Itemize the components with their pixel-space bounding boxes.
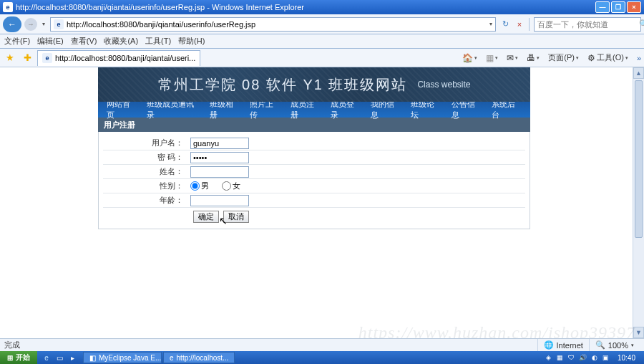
window-minimize-button[interactable]: — <box>595 1 610 13</box>
internet-zone[interactable]: 🌐Internet <box>537 339 589 351</box>
window-maximize-button[interactable]: ❐ <box>611 1 625 13</box>
favorites-star-icon[interactable]: ★ <box>3 51 17 65</box>
tab-bar: ★ ✚ e http://localhost:8080/banji/qianta… <box>0 49 644 67</box>
scroll-thumb[interactable] <box>635 80 643 238</box>
scroll-down-arrow[interactable]: ▼ <box>633 327 644 338</box>
window-close-button[interactable]: × <box>627 1 641 13</box>
tools-menu[interactable]: ⚙工具(O)▾ <box>587 52 628 63</box>
banner-title-cn: 常州工学院 08 软件 Y1 班班级网站 <box>158 75 408 95</box>
refresh-button[interactable]: ↻ <box>499 18 512 31</box>
label-age: 年龄： <box>103 195 187 206</box>
nav-home[interactable]: 网站首页 <box>107 99 137 120</box>
page-content: 常州工学院 08 软件 Y1 班班级网站 Class website 网站首页 … <box>0 67 633 338</box>
window-title: http://localhost:8080/banji/qiantai/user… <box>16 3 595 11</box>
gender-female-radio[interactable] <box>222 181 231 191</box>
tray-icon-5[interactable]: ◐ <box>590 353 599 362</box>
ie-task-icon: e <box>170 354 174 362</box>
search-input[interactable] <box>537 20 636 29</box>
nav-contacts[interactable]: 班级成员通讯录 <box>147 99 200 120</box>
mail-icon: ✉ <box>507 53 514 63</box>
submit-button[interactable]: 确定 <box>193 211 219 223</box>
add-favorite-icon[interactable]: ✚ <box>20 51 34 65</box>
tab-label: http://localhost:8080/banji/qiantai/user… <box>55 54 195 62</box>
quicklaunch-media-icon[interactable]: ▸ <box>67 353 77 363</box>
label-username: 用户名： <box>103 138 187 148</box>
windows-logo-icon: ⊞ <box>7 354 13 362</box>
gender-female-option[interactable]: 女 <box>222 181 240 191</box>
tray-icon-1[interactable]: ◈ <box>545 353 553 362</box>
nav-register[interactable]: 成员注册 <box>291 99 321 120</box>
quicklaunch-desktop-icon[interactable]: ▭ <box>54 353 64 363</box>
feed-button[interactable]: ▦▾ <box>486 53 498 63</box>
nav-history-dropdown[interactable]: ▾ <box>40 17 47 32</box>
page-icon: e <box>54 19 64 29</box>
menu-view[interactable]: 查看(V) <box>71 36 97 47</box>
label-password: 密 码： <box>103 152 187 163</box>
mail-button[interactable]: ✉▾ <box>507 53 518 63</box>
feed-icon: ▦ <box>486 53 494 63</box>
nav-myinfo[interactable]: 我的信息 <box>371 99 401 120</box>
nav-admin[interactable]: 系统后台 <box>492 99 522 120</box>
gender-male-option[interactable]: 男 <box>190 181 209 191</box>
status-text: 完成 <box>4 340 20 350</box>
toolbar-overflow[interactable]: » <box>637 54 641 62</box>
print-icon: 🖶 <box>527 53 535 63</box>
nav-forum[interactable]: 班级论坛 <box>411 99 441 120</box>
nav-upload[interactable]: 照片上传 <box>250 99 280 120</box>
task-item-myeclipse[interactable]: ◧MyEclipse Java E... <box>83 352 162 363</box>
search-box[interactable]: 🔍 <box>534 17 641 32</box>
menu-edit[interactable]: 编辑(E) <box>37 36 64 47</box>
name-input[interactable] <box>190 166 249 178</box>
start-button[interactable]: ⊞开始 <box>0 351 37 364</box>
tray-icon-6[interactable]: ▣ <box>602 353 610 362</box>
browser-tab[interactable]: e http://localhost:8080/banji/qiantai/us… <box>37 50 200 66</box>
tray-icon-3[interactable]: 🛡 <box>567 353 576 362</box>
menu-help[interactable]: 帮助(H) <box>178 36 205 47</box>
label-name: 姓名： <box>103 166 187 177</box>
page-menu[interactable]: 页面(P)▾ <box>548 52 579 63</box>
username-input[interactable] <box>190 138 249 149</box>
nav-notice[interactable]: 公告信息 <box>452 99 482 120</box>
address-input[interactable] <box>67 20 487 29</box>
menu-bar: 文件(F) 编辑(E) 查看(V) 收藏夹(A) 工具(T) 帮助(H) <box>0 34 644 49</box>
nav-bar: ← → ▾ e ▾ ↻ × 🔍 <box>0 14 644 34</box>
address-bar[interactable]: e ▾ <box>50 17 496 32</box>
gear-icon: ⚙ <box>587 53 595 63</box>
site-banner: 常州工学院 08 软件 Y1 班班级网站 Class website <box>98 67 530 102</box>
forward-button[interactable]: → <box>24 18 37 31</box>
ie-icon: e <box>3 2 13 12</box>
zoom-control[interactable]: 🔍100%▾ <box>589 339 640 351</box>
menu-tools[interactable]: 工具(T) <box>145 36 171 47</box>
globe-icon: 🌐 <box>544 340 554 350</box>
tray-icon-4[interactable]: 🔊 <box>579 353 587 362</box>
quicklaunch-ie-icon[interactable]: e <box>42 353 52 363</box>
tray-icon-2[interactable]: ▦ <box>556 353 565 362</box>
nav-album[interactable]: 班级相册 <box>210 99 240 120</box>
password-input[interactable] <box>190 152 249 163</box>
scroll-up-arrow[interactable]: ▲ <box>633 67 644 79</box>
nav-login[interactable]: 成员登录 <box>331 99 361 120</box>
stop-button[interactable]: × <box>513 18 526 31</box>
print-button[interactable]: 🖶▾ <box>527 53 540 63</box>
age-input[interactable] <box>190 195 249 206</box>
home-button[interactable]: 🏠▾ <box>462 53 477 63</box>
back-button[interactable]: ← <box>3 16 21 32</box>
menu-file[interactable]: 文件(F) <box>4 36 30 47</box>
gender-male-radio[interactable] <box>190 181 200 191</box>
zoom-icon: 🔍 <box>595 340 605 350</box>
label-gender: 性别： <box>103 181 187 191</box>
vertical-scrollbar[interactable]: ▲ ▼ <box>633 67 644 338</box>
menu-favorites[interactable]: 收藏夹(A) <box>104 36 138 47</box>
myeclipse-icon: ◧ <box>89 354 96 362</box>
system-tray[interactable]: ◈ ▦ 🛡 🔊 ◐ ▣ 10:40 <box>540 353 644 362</box>
cancel-button[interactable]: 取消 <box>223 211 249 223</box>
tab-page-icon: e <box>42 53 52 63</box>
taskbar: ⊞开始 e ▭ ▸ ◧MyEclipse Java E... ehttp://l… <box>0 351 644 364</box>
search-icon[interactable]: 🔍 <box>639 19 644 29</box>
address-dropdown[interactable]: ▾ <box>489 21 492 27</box>
register-form: 用户名： 密 码： 姓名： 性别： 男 女 年龄： <box>98 132 530 229</box>
banner-title-en: Class website <box>417 80 470 90</box>
taskbar-clock[interactable]: 10:40 <box>613 354 640 362</box>
task-item-ie[interactable]: ehttp://localhost... <box>163 352 235 363</box>
window-title-bar: e http://localhost:8080/banji/qiantai/us… <box>0 0 644 14</box>
